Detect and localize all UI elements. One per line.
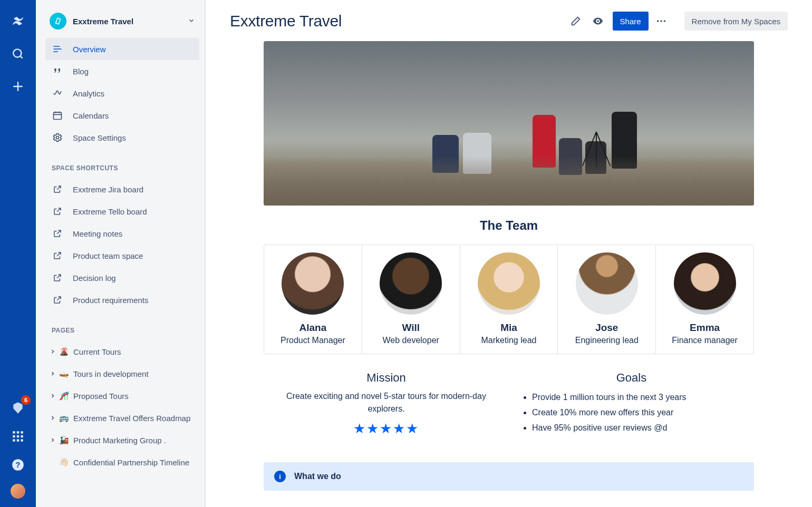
svg-point-16	[660, 20, 662, 22]
page-emoji: 🚂	[59, 435, 69, 445]
shortcuts-heading: SPACE SHORTCUTS	[52, 164, 193, 172]
svg-rect-8	[17, 439, 19, 441]
shortcut-label: Product team space	[73, 251, 143, 260]
page-main: Exxtreme Travel Share Remove from My Spa…	[206, 0, 812, 507]
page-tree-item[interactable]: 🌋 Current Tours	[45, 340, 199, 363]
external-link-icon	[52, 183, 63, 195]
external-link-icon	[52, 272, 63, 284]
shortcut-product-requirements[interactable]: Product requirements	[45, 289, 199, 311]
team-member-role: Product Manager	[281, 336, 345, 345]
analytics-icon	[52, 87, 63, 99]
share-button[interactable]: Share	[613, 12, 649, 31]
quote-icon	[52, 65, 63, 77]
team-member-role: Finance manager	[672, 336, 738, 345]
page-label: Current Tours	[73, 347, 121, 356]
remove-from-spaces-button[interactable]: Remove from My Spaces	[684, 12, 788, 31]
confluence-logo-icon[interactable]	[8, 12, 27, 31]
info-icon: i	[274, 471, 286, 482]
svg-rect-9	[21, 439, 23, 441]
svg-point-0	[13, 49, 21, 57]
avatar	[380, 252, 442, 315]
page-emoji: 🚌	[59, 413, 69, 423]
chevron-right-icon[interactable]	[47, 348, 58, 355]
space-sidebar: Exxtreme Travel Overview Blog Analytics …	[36, 0, 206, 507]
shortcut-tello-board[interactable]: Exxtreme Tello board	[45, 200, 199, 222]
sidebar-item-label: Analytics	[73, 89, 104, 98]
goals-heading: Goals	[509, 371, 754, 385]
shortcut-label: Meeting notes	[73, 229, 122, 238]
shortcut-meeting-notes[interactable]: Meeting notes	[45, 222, 199, 245]
gear-icon	[52, 132, 63, 143]
avatar	[674, 252, 736, 315]
chevron-right-icon[interactable]	[47, 415, 58, 421]
page-emoji: 👋🏻	[59, 457, 69, 467]
shortcut-jira-board[interactable]: Exxtreme Jira board	[45, 178, 199, 200]
sidebar-item-label: Space Settings	[73, 133, 126, 142]
goal-item: Provide 1 million tours in the next 3 ye…	[532, 390, 754, 405]
sidebar-item-calendars[interactable]: Calendars	[45, 104, 199, 126]
page-label: Tours in development	[73, 369, 149, 378]
page-title: Exxtreme Travel	[230, 12, 563, 30]
space-name: Exxtreme Travel	[73, 17, 188, 26]
help-icon[interactable]: ?	[8, 455, 27, 474]
page-emoji: 🌋	[59, 347, 69, 356]
team-card: Alana Product Manager	[264, 245, 362, 354]
sidebar-item-blog[interactable]: Blog	[45, 60, 199, 82]
page-tree-item[interactable]: 🚌 Exxtreme Travel Offers Roadmap	[45, 407, 199, 429]
sidebar-item-label: Blog	[73, 67, 89, 76]
app-switcher-icon[interactable]	[8, 427, 27, 446]
shortcut-decision-log[interactable]: Decision log	[45, 267, 199, 289]
chevron-right-icon[interactable]	[47, 437, 58, 443]
shortcut-label: Product requirements	[73, 296, 148, 305]
notifications-icon[interactable]: 6	[8, 398, 27, 417]
avatar	[478, 252, 540, 315]
team-card: Mia Marketing lead	[460, 245, 558, 354]
sidebar-item-space-settings[interactable]: Space Settings	[45, 126, 199, 149]
search-icon[interactable]	[8, 44, 27, 63]
page-tree-item[interactable]: 🛶 Tours in development	[45, 363, 199, 385]
svg-point-13	[56, 136, 59, 139]
external-link-icon	[52, 294, 63, 306]
team-grid: Alana Product Manager Will Web developer…	[264, 245, 754, 354]
team-heading: The Team	[264, 218, 754, 233]
team-card: Will Web developer	[362, 245, 460, 354]
external-link-icon	[52, 206, 63, 217]
team-member-name: Mia	[500, 322, 517, 334]
page-label: Confidential Partnership Timeline	[73, 458, 189, 467]
profile-avatar[interactable]	[11, 484, 25, 499]
sidebar-item-label: Calendars	[73, 111, 109, 120]
watch-icon[interactable]	[588, 12, 607, 31]
chevron-down-icon	[188, 17, 195, 26]
external-link-icon	[52, 228, 63, 239]
team-card: Emma Finance manager	[656, 245, 753, 354]
shortcut-product-team-space[interactable]: Product team space	[45, 245, 199, 267]
space-picker[interactable]: Exxtreme Travel	[50, 13, 195, 30]
team-member-name: Will	[402, 322, 420, 334]
more-actions-icon[interactable]	[652, 12, 671, 31]
svg-text:?: ?	[15, 460, 20, 469]
chevron-right-icon[interactable]	[47, 393, 58, 399]
page-tree-item[interactable]: 🚂 Product Marketing Group .	[45, 429, 199, 451]
page-emoji: 🎢	[59, 391, 69, 401]
chevron-right-icon[interactable]	[47, 370, 58, 377]
page-tree-item[interactable]: 🎢 Proposed Tours	[45, 385, 199, 407]
mission-text: Create exciting and novel 5-star tours f…	[264, 390, 509, 415]
overview-icon	[52, 43, 63, 55]
sidebar-item-analytics[interactable]: Analytics	[45, 82, 199, 104]
team-member-role: Engineering lead	[575, 336, 639, 345]
avatar	[282, 252, 344, 315]
page-tree-item[interactable]: 👋🏻 Confidential Partnership Timeline	[45, 451, 199, 473]
calendar-icon	[52, 110, 63, 121]
star-rating-icon: ★★★★★	[264, 421, 509, 437]
sidebar-item-overview[interactable]: Overview	[45, 38, 199, 60]
create-icon[interactable]	[8, 77, 27, 96]
sidebar-item-label: Overview	[73, 45, 106, 54]
space-logo-icon	[50, 13, 66, 30]
global-nav: 6 ?	[0, 0, 36, 507]
goals-list: Provide 1 million tours in the next 3 ye…	[509, 390, 754, 435]
avatar	[576, 252, 638, 315]
svg-point-15	[656, 20, 659, 22]
team-member-name: Jose	[595, 322, 618, 334]
svg-rect-6	[21, 435, 23, 437]
edit-icon[interactable]	[566, 12, 585, 31]
